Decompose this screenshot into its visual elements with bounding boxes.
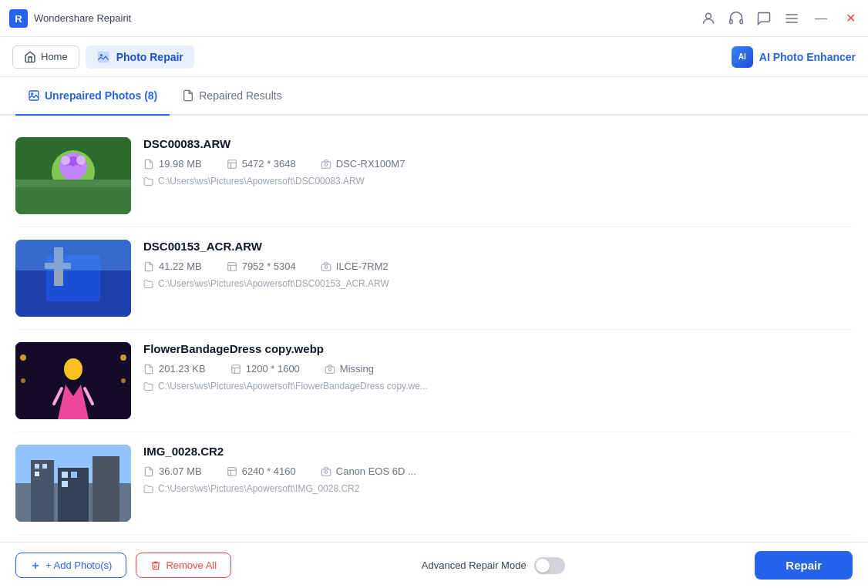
camera-icon xyxy=(321,159,331,170)
file-icon xyxy=(143,159,154,170)
camera-model: Missing xyxy=(325,363,374,375)
folder-icon xyxy=(143,279,153,289)
svg-rect-10 xyxy=(29,91,39,100)
repair-button[interactable]: Repair xyxy=(755,551,853,580)
svg-rect-57 xyxy=(62,472,68,478)
nav-bar: Home Photo Repair AI AI Photo Enhancer xyxy=(0,37,868,77)
repaired-tab-icon xyxy=(182,89,194,102)
svg-point-39 xyxy=(64,358,82,380)
menu-icon[interactable] xyxy=(784,11,799,26)
photo-filename: DSC00083.ARW xyxy=(143,137,853,150)
camera-model: ILCE-7RM2 xyxy=(321,260,389,272)
photo-filename: FlowerBandageDress copy.webp xyxy=(143,342,853,355)
app-name: Wondershare Repairit xyxy=(34,12,131,24)
content-area: DSC00083.ARW 19.98 MB 5472 * 3648 xyxy=(0,116,868,542)
ai-enhancer-label: AI Photo Enhancer xyxy=(759,51,856,63)
list-item: FlowerBandageDress copy.webp 201.23 KB 1… xyxy=(15,330,853,432)
svg-rect-55 xyxy=(42,464,47,469)
tab-repaired-label: Repaired Results xyxy=(199,89,281,102)
bottom-center: Advanced Repair Mode xyxy=(422,557,565,574)
title-bar-controls: — ✕ xyxy=(701,11,859,26)
svg-rect-20 xyxy=(15,183,131,214)
svg-point-2 xyxy=(706,13,712,18)
headphones-icon[interactable] xyxy=(728,11,744,26)
ai-enhancer-button[interactable]: AI AI Photo Enhancer xyxy=(732,46,856,68)
svg-rect-22 xyxy=(227,160,236,168)
list-item: IMG_0028.CR2 36.07 MB 6240 * 4160 xyxy=(15,432,853,535)
minimize-button[interactable]: — xyxy=(812,12,830,25)
photo-thumbnail xyxy=(15,240,131,317)
photo-repair-nav: Photo Repair xyxy=(86,45,194,69)
svg-rect-21 xyxy=(15,180,131,187)
file-icon xyxy=(143,466,154,477)
camera-icon xyxy=(321,466,331,477)
tabs-bar: Unrepaired Photos (8) Repaired Results xyxy=(0,77,868,116)
file-icon xyxy=(143,261,154,272)
close-button[interactable]: ✕ xyxy=(843,11,859,25)
dimensions-icon xyxy=(230,364,241,375)
add-photos-button[interactable]: + Add Photo(s) xyxy=(15,553,126,578)
unrepaired-tab-icon xyxy=(28,89,40,102)
nav-left: Home Photo Repair xyxy=(12,45,194,69)
camera-icon xyxy=(325,364,335,375)
ai-badge: AI xyxy=(732,46,753,68)
photo-filename: DSC00153_ACR.ARW xyxy=(143,240,853,253)
file-path: C:\Users\ws\Pictures\Apowersoft\FlowerBa… xyxy=(143,381,853,391)
file-size: 201.23 KB xyxy=(143,363,206,375)
tab-repaired[interactable]: Repaired Results xyxy=(170,77,294,116)
advanced-mode-toggle[interactable] xyxy=(534,557,565,574)
photo-info: DSC00083.ARW 19.98 MB 5472 * 3648 xyxy=(143,137,853,186)
svg-point-11 xyxy=(32,93,33,95)
svg-rect-44 xyxy=(231,365,240,373)
person-icon[interactable] xyxy=(701,11,716,26)
svg-point-48 xyxy=(328,368,331,371)
list-item: DSC00083.ARW 19.98 MB 5472 * 3648 xyxy=(15,125,853,227)
tab-unrepaired[interactable]: Unrepaired Photos (8) xyxy=(15,77,170,116)
file-path: C:\Users\ws\Pictures\Apowersoft\IMG_0028… xyxy=(143,483,853,494)
camera-icon xyxy=(321,261,331,272)
svg-point-41 xyxy=(120,354,126,361)
folder-icon xyxy=(143,176,153,186)
photo-info: FlowerBandageDress copy.webp 201.23 KB 1… xyxy=(143,342,853,391)
list-item: DSC00153_ACR.ARW 41.22 MB 7952 * 5304 xyxy=(15,227,853,330)
photo-meta: 36.07 MB 6240 * 4160 Canon EOS 6D ... xyxy=(143,465,853,477)
photo-meta: 41.22 MB 7952 * 5304 ILCE-7RM2 xyxy=(143,260,853,272)
photo-thumbnail xyxy=(15,445,131,522)
photo-meta: 201.23 KB 1200 * 1600 Missing xyxy=(143,363,853,375)
tab-unrepaired-label: Unrepaired Photos (8) xyxy=(45,89,157,102)
svg-rect-32 xyxy=(227,262,236,270)
svg-point-64 xyxy=(325,470,328,473)
svg-point-36 xyxy=(325,265,328,268)
dimensions-icon xyxy=(227,159,237,170)
remove-all-button[interactable]: Remove All xyxy=(136,553,231,578)
dimensions: 7952 * 5304 xyxy=(227,260,296,272)
svg-point-26 xyxy=(325,163,328,166)
chat-icon[interactable] xyxy=(756,11,772,26)
folder-icon xyxy=(143,381,153,391)
svg-point-40 xyxy=(20,354,26,361)
bottom-bar: + Add Photo(s) Remove All Advanced Repai… xyxy=(0,542,868,588)
file-size: 36.07 MB xyxy=(143,465,202,477)
home-label: Home xyxy=(41,51,68,62)
photo-repair-icon xyxy=(96,50,110,64)
app-icon: R xyxy=(9,9,28,28)
svg-rect-59 xyxy=(62,481,68,487)
svg-rect-60 xyxy=(227,467,236,475)
dimensions-icon xyxy=(227,466,237,477)
svg-rect-3 xyxy=(730,19,732,23)
dimensions: 1200 * 1600 xyxy=(230,363,300,375)
remove-all-label: Remove All xyxy=(166,559,217,571)
camera-model: Canon EOS 6D ... xyxy=(321,465,416,477)
photo-thumbnail xyxy=(15,342,131,419)
svg-text:R: R xyxy=(15,13,22,25)
file-icon xyxy=(143,364,154,375)
home-button[interactable]: Home xyxy=(12,45,79,69)
add-photos-label: + Add Photo(s) xyxy=(45,559,112,571)
svg-point-9 xyxy=(100,53,103,55)
photo-thumbnail xyxy=(15,137,131,214)
photo-info: DSC00153_ACR.ARW 41.22 MB 7952 * 5304 xyxy=(143,240,853,289)
dimensions-icon xyxy=(227,261,237,272)
title-bar: R Wondershare Repairit — ✕ xyxy=(0,0,868,37)
dimensions: 6240 * 4160 xyxy=(227,465,296,477)
toggle-thumb xyxy=(536,559,550,573)
